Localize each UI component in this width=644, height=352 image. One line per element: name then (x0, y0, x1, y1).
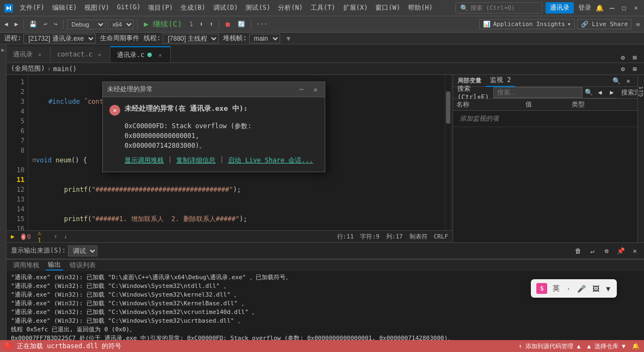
git-label[interactable]: Git (637, 86, 644, 97)
tab-close[interactable]: ✕ (36, 51, 44, 58)
menu-git[interactable]: Git(G) (114, 2, 144, 14)
process-select[interactable]: [21732] 通讯录.exe (23, 34, 96, 43)
build-mode-select[interactable]: Debug Release (67, 20, 106, 29)
menu-tools[interactable]: 工具(T) (307, 2, 339, 14)
live-share-button[interactable]: 🔗 Live Share (577, 19, 632, 29)
tab-tongxunlu-c[interactable]: 通讯录.c ✕ (110, 46, 171, 62)
scope-settings-icon[interactable]: ⚙ (618, 64, 628, 74)
menu-project[interactable]: 项目(P) (145, 2, 176, 14)
show-callstack-link[interactable]: 显示调用堆栈 (125, 156, 164, 165)
menu-edit[interactable]: 编辑(E) (49, 2, 81, 14)
output-source-select[interactable]: 调试 (68, 246, 97, 256)
tab-tongxunlu[interactable]: 通讯录 ✕ (7, 46, 51, 62)
arch-select[interactable]: x64 x86 (108, 20, 134, 29)
ime-mode-btn[interactable]: 英 (552, 282, 561, 294)
output-close-icon[interactable]: ✕ (630, 246, 640, 256)
toolbar-redo[interactable]: ↪ (52, 20, 60, 29)
error-icon: ✕ (109, 105, 120, 116)
step-out-btn[interactable]: ⬆ (207, 20, 215, 29)
scrollbar-thumb[interactable] (446, 91, 450, 124)
liveshare-link[interactable]: 启动 Live Share 会话... (228, 156, 313, 165)
menu-debug[interactable]: 调试(D) (210, 2, 242, 14)
source-control-btn[interactable]: ↑ 添加到源代码管理 ▲ (518, 342, 581, 350)
menu-view[interactable]: 视图(V) (81, 2, 113, 14)
title-search[interactable]: 🔍 搜索 (Ctrl+Q) (455, 2, 542, 14)
ime-more-btn[interactable]: ▼ (605, 284, 611, 294)
tab-split-icon[interactable]: ⊞ (630, 53, 640, 62)
stack-select[interactable]: main (249, 34, 280, 43)
search-input[interactable] (493, 87, 583, 98)
nav-up[interactable]: ↑ (54, 233, 58, 240)
dialog-close-btn[interactable]: ✕ (311, 85, 320, 95)
app-insights-button[interactable]: 📊 Application Insights ▾ (479, 19, 574, 29)
output-tab[interactable]: 输出 (46, 260, 63, 271)
dialog-minimize-btn[interactable]: ─ (296, 85, 306, 95)
step-over-btn[interactable]: ⤵ (188, 20, 195, 29)
svg-rect-1 (10, 6, 11, 10)
menu-test[interactable]: 测试(S) (242, 2, 274, 14)
menu-extensions[interactable]: 扩展(X) (340, 2, 371, 14)
ime-voice-btn[interactable]: 🎤 (576, 284, 587, 294)
menu-help[interactable]: 帮助(H) (405, 2, 436, 14)
stop-button[interactable]: ⏹ (222, 20, 233, 29)
editor-status-bar: ▶ ✕ 0 ⚠ 1 ↑ ↓ 行:11 字符:9 列:17 制表符 CRLF (7, 230, 453, 242)
menu-analyze[interactable]: 分析(N) (275, 2, 306, 14)
menu-build[interactable]: 生成(B) (177, 2, 209, 14)
stack-label: 堆栈帧: main (223, 34, 280, 43)
menu-file[interactable]: 文件(F) (16, 2, 48, 14)
continue-button[interactable]: ▶ 继续(C) (141, 18, 185, 30)
panel-close-icon[interactable]: ✕ (623, 76, 633, 86)
restart-btn[interactable]: 🔄 (236, 20, 247, 29)
notifications-label[interactable]: 通讯录 (546, 2, 574, 14)
copy-details-link[interactable]: 复制详细信息 (176, 156, 215, 165)
line-num: 13 (10, 194, 24, 204)
tab-close-active[interactable]: ✕ (156, 51, 164, 59)
left-sidebar-handle[interactable]: ◀ (0, 46, 6, 56)
toolbar-save[interactable]: 💾 (27, 20, 39, 29)
scope-split-icon[interactable]: ⊞ (630, 64, 640, 74)
local-vars-title: 局部变量 (457, 77, 481, 85)
watch-add-placeholder[interactable]: 添加监视的项 (456, 112, 634, 125)
output-pin-icon[interactable]: 📌 (616, 246, 626, 256)
app-insights-icon: 📊 (483, 21, 491, 28)
output-clear-icon[interactable]: 🗑 (573, 246, 583, 256)
output-wrap-icon[interactable]: ↵ (587, 246, 597, 256)
repo-select-btn[interactable]: ▲ 选择仓库 ▼ (587, 342, 626, 350)
search-nav-prev[interactable]: ◀ (595, 87, 605, 97)
error-count[interactable]: ✕ 0 (21, 232, 31, 242)
tab-contact-c[interactable]: contact.c ✕ (51, 46, 110, 62)
dialog-message: 0xC00000FD: Stack overflow (参数: 0x000000… (109, 121, 318, 150)
status-bar-right: ↑ 添加到源代码管理 ▲ ▲ 选择仓库 ▼ 🔔 (518, 342, 640, 350)
toolbar-more[interactable]: ··· (255, 20, 270, 29)
close-btn[interactable]: ✕ (632, 4, 640, 12)
callstack-tab[interactable]: 调用堆栈 (11, 261, 41, 270)
maximize-btn[interactable]: □ (620, 4, 628, 12)
errors-tab[interactable]: 错误列表 (67, 261, 98, 270)
ime-image-btn[interactable]: 🖼 (591, 284, 600, 294)
toolbar-undo[interactable]: ↩ (41, 20, 49, 29)
tab-settings-icon[interactable]: ⚙ (618, 53, 628, 62)
toolbar-back[interactable]: ◀ (2, 20, 10, 29)
output-settings-icon[interactable]: ⚙ (602, 246, 611, 256)
tab-bar-actions: ⚙ ⊞ (614, 53, 644, 62)
ime-punct-btn[interactable]: · (565, 284, 572, 294)
menu-bar[interactable]: 文件(F) 编辑(E) 视图(V) Git(G) 项目(P) 生成(B) 调试(… (16, 2, 436, 14)
step-into-btn[interactable]: ⬇ (197, 20, 206, 29)
menu-window[interactable]: 窗口(W) (372, 2, 404, 14)
status-bell-icon[interactable]: 🔔 (632, 343, 640, 350)
login-label[interactable]: 登录 (578, 3, 591, 12)
panel-search-icon[interactable]: 🔍 (611, 76, 621, 86)
minimize-btn[interactable]: ─ (608, 4, 616, 12)
tab-close[interactable]: ✕ (96, 51, 103, 58)
editor-scrollbar[interactable] (445, 75, 450, 242)
watch-tab[interactable]: 监视 2 (486, 75, 515, 87)
line-num: 4 (10, 106, 24, 116)
warning-count[interactable]: ⚠ 1 (38, 232, 47, 242)
toolbar-forward[interactable]: ▶ (13, 20, 21, 29)
search-nav-next[interactable]: ▶ (607, 87, 617, 97)
thread-select[interactable]: [7880] 主线程 (163, 34, 219, 43)
watch-panel: 名称 值 类型 添加监视的项 (453, 99, 637, 242)
bell-icon[interactable]: 🔔 (596, 4, 604, 12)
nav-down[interactable]: ↓ (64, 233, 67, 240)
feedback-btn[interactable]: ✉ (634, 20, 642, 29)
